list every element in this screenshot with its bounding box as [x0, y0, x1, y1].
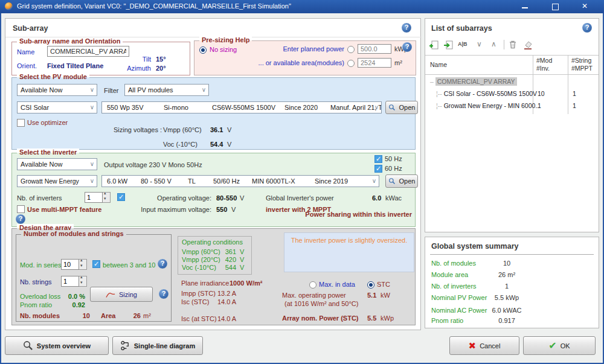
orient-label: Orient. — [17, 62, 37, 69]
column-header-mppt[interactable]: #MPPT — [571, 65, 593, 72]
max-in-data-radio[interactable] — [309, 281, 316, 289]
vmpp-unit: V — [227, 126, 231, 133]
tilt-value: 15° — [156, 56, 166, 63]
help-icon[interactable] — [402, 42, 412, 52]
freq-60hz-checkbox[interactable] — [374, 165, 382, 173]
area-radio[interactable] — [347, 60, 355, 67]
list-title: List of subarrays — [431, 24, 492, 33]
inverter-manufacturer-dropdown[interactable]: Growatt New Energy — [17, 175, 97, 187]
help-icon[interactable] — [16, 214, 25, 224]
modules-strings-group: Number of modules and strings Mod. in se… — [16, 234, 172, 322]
isc-at-stc-label: Isc (at STC) — [181, 315, 217, 322]
column-header-name[interactable]: Name — [430, 61, 447, 68]
stc-radio[interactable] — [367, 281, 374, 289]
global-power-label: Global Inverter's power — [266, 194, 334, 202]
no-sizing-label: No sizing — [210, 46, 237, 53]
tree-row-inverter[interactable]: ¦-- Growatt New Energy - MIN 6000... — [436, 102, 541, 109]
freq-50hz-checkbox[interactable] — [374, 155, 382, 163]
ok-check-icon: ✔ — [548, 340, 556, 351]
app-icon — [5, 2, 13, 10]
help-icon[interactable] — [582, 23, 592, 33]
oc-row-label: Vmpp (20°C) — [182, 256, 220, 263]
help-icon[interactable] — [159, 289, 169, 299]
array-nom-power-label: Array nom. Power (STC) — [282, 315, 359, 322]
sizing-button[interactable]: Sizing — [90, 287, 153, 302]
pv-model-dropdown[interactable]: 550 Wp 35V Si-mono CS6W-550MS 1500V Sinc… — [101, 101, 382, 113]
vmpp-label: Vmpp (60°C) — [163, 126, 202, 133]
open-inverter-button[interactable]: Open — [385, 174, 418, 188]
global-power-value: 6.0 — [372, 194, 381, 202]
subarray-name-input[interactable] — [47, 46, 129, 57]
pv-availability-dropdown[interactable]: Available Now — [17, 84, 97, 96]
cancel-button[interactable]: ✖ Cancel — [449, 336, 519, 355]
summary-label: Nb. of inverters — [431, 283, 477, 290]
column-header-string[interactable]: #String — [571, 57, 591, 64]
no-sizing-radio[interactable] — [199, 46, 207, 54]
summary-label: Nominal PV Power — [431, 294, 487, 301]
maximize-button[interactable] — [544, 0, 568, 13]
pv-filter-dropdown[interactable]: All PV modules — [124, 84, 209, 96]
help-icon[interactable] — [402, 23, 411, 33]
tree-row-module[interactable]: ¦-- CSI Solar - CS6W-550MS 1500V — [436, 90, 537, 97]
rename-icon[interactable] — [458, 39, 471, 50]
overload-loss-value: 0.0 % — [54, 293, 85, 300]
single-line-diagram-button[interactable]: Single-line diagram — [112, 336, 203, 355]
between-checkbox[interactable] — [92, 260, 100, 268]
between-label: between 3 and 10 — [103, 261, 155, 269]
move-down-icon[interactable] — [475, 39, 486, 50]
impp-label: Impp (STC) — [181, 290, 216, 297]
nb-modules-label: Nb. modules — [20, 312, 60, 319]
tree-branch-icon: ¦-- — [436, 102, 442, 109]
clear-all-icon[interactable] — [522, 39, 533, 50]
summary-label: Nominal AC Power — [431, 307, 487, 314]
help-icon[interactable] — [158, 259, 167, 269]
planned-power-radio[interactable] — [347, 46, 355, 53]
sizing-curve-icon — [106, 291, 115, 298]
summary-value: 10 — [483, 260, 531, 267]
summary-panel: Global system summary Nb. of modules 10 … — [425, 237, 599, 328]
summary-value: 1 — [483, 283, 531, 290]
column-header-inv[interactable]: #Inv. — [536, 65, 550, 72]
max-operating-power-value: 5.1 — [367, 292, 376, 299]
single-line-diagram-icon — [120, 340, 130, 351]
oc-row-unit: V — [240, 264, 244, 271]
system-overview-button[interactable]: System overview — [5, 336, 109, 355]
plane-irradiance-value: 1000 W/m² — [230, 279, 262, 287]
operating-conditions-title: Operating conditions — [182, 238, 243, 246]
group-title: Pre-sizing Help — [199, 36, 252, 43]
area-input[interactable] — [358, 58, 391, 68]
open-pv-module-button[interactable]: Open — [385, 101, 418, 114]
nb-inverters-stepper[interactable] — [85, 192, 111, 203]
delete-subarray-icon[interactable] — [508, 39, 519, 50]
area-label: Area — [101, 312, 115, 319]
nb-strings-stepper[interactable] — [61, 276, 87, 287]
operating-voltage-label: Operating voltage: — [124, 194, 211, 202]
tree-row-module-string: 1 — [573, 90, 576, 97]
column-header-mod[interactable]: #Mod — [536, 57, 552, 64]
multi-mppt-checkbox[interactable] — [17, 205, 25, 213]
minimize-button[interactable] — [513, 0, 538, 13]
filter-label: Filter — [104, 87, 118, 94]
add-subarray-icon[interactable] — [429, 39, 440, 50]
pv-module-group: Select the PV module Available Now Filte… — [11, 77, 416, 150]
impp-value: 13.2 A — [217, 290, 236, 297]
duplicate-subarray-icon[interactable] — [443, 39, 454, 50]
name-label: Name — [17, 48, 34, 56]
output-voltage-text: Output voltage 230 V Mono 50Hz — [104, 161, 202, 168]
move-up-icon[interactable] — [489, 39, 500, 50]
isc-value: 14.0 A — [217, 298, 236, 305]
voc-unit: V — [227, 141, 231, 148]
vmpp-value: 36.1 — [210, 126, 223, 133]
pv-manufacturer-dropdown[interactable]: CSI Solar — [17, 101, 97, 113]
use-optimizer-label: Use optimizer — [27, 119, 68, 126]
close-button[interactable] — [574, 0, 598, 13]
inverter-availability-dropdown[interactable]: Available Now — [17, 158, 97, 170]
oc-row-unit: V — [240, 256, 244, 263]
planned-power-input[interactable] — [358, 44, 391, 54]
tree-row-subarray[interactable]: – COMMERCIAL_PV ARRAY — [430, 78, 517, 85]
mod-series-stepper[interactable] — [61, 259, 87, 270]
inverter-model-dropdown[interactable]: 6.0 kW 80 - 550 V TL 50/60 Hz MIN 6000TL… — [101, 175, 379, 187]
use-optimizer-checkbox[interactable] — [17, 119, 25, 127]
grid-system-definition-window: Grid system definition, Variant VC0: "_D… — [0, 0, 604, 364]
ok-button[interactable]: ✔ OK — [523, 336, 596, 355]
